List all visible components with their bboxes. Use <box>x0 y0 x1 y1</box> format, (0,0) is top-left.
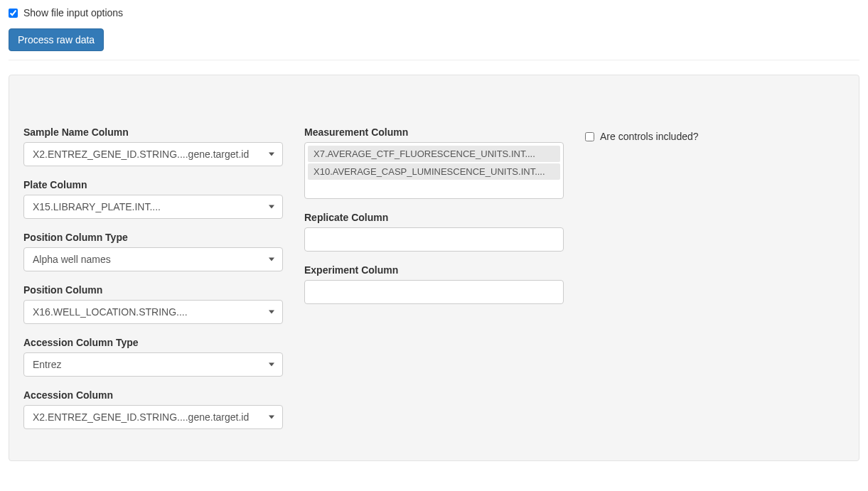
sample-name-value: X2.ENTREZ_GENE_ID.STRING....gene.target.… <box>23 142 283 166</box>
plate-group: Plate Column X15.LIBRARY_PLATE.INT.... <box>23 179 283 219</box>
position-type-group: Position Column Type Alpha well names <box>23 232 283 271</box>
options-panel: Sample Name Column X2.ENTREZ_GENE_ID.STR… <box>9 75 859 461</box>
experiment-label: Experiment Column <box>304 264 564 276</box>
measurement-option-1[interactable]: X7.AVERAGE_CTF_FLUORESCENCE_UNITS.INT...… <box>308 146 560 162</box>
measurement-option-2[interactable]: X10.AVERAGE_CASP_LUMINESCENCE_UNITS.INT.… <box>308 163 560 180</box>
show-file-input-label: Show file input options <box>23 7 123 18</box>
replicate-input[interactable] <box>304 227 564 252</box>
accession-select[interactable]: X2.ENTREZ_GENE_ID.STRING....gene.target.… <box>23 405 283 429</box>
position-type-select[interactable]: Alpha well names <box>23 247 283 271</box>
sample-name-label: Sample Name Column <box>23 126 283 138</box>
position-type-value: Alpha well names <box>23 247 283 271</box>
show-file-input-checkbox-container[interactable]: Show file input options <box>9 7 123 18</box>
column-right: Are controls included? <box>585 126 845 442</box>
measurement-multiselect[interactable]: X7.AVERAGE_CTF_FLUORESCENCE_UNITS.INT...… <box>304 142 564 199</box>
position-group: Position Column X16.WELL_LOCATION.STRING… <box>23 284 283 324</box>
top-row: Show file input options <box>9 7 859 18</box>
controls-included-container[interactable]: Are controls included? <box>585 131 845 142</box>
measurement-group: Measurement Column X7.AVERAGE_CTF_FLUORE… <box>304 126 564 199</box>
column-middle: Measurement Column X7.AVERAGE_CTF_FLUORE… <box>304 126 564 442</box>
plate-label: Plate Column <box>23 179 283 190</box>
replicate-label: Replicate Column <box>304 212 564 223</box>
section-divider <box>9 60 859 60</box>
controls-included-label: Are controls included? <box>600 131 699 142</box>
accession-type-select[interactable]: Entrez <box>23 352 283 377</box>
replicate-group: Replicate Column <box>304 212 564 252</box>
accession-group: Accession Column X2.ENTREZ_GENE_ID.STRIN… <box>23 389 283 429</box>
position-value: X16.WELL_LOCATION.STRING.... <box>23 300 283 324</box>
column-left: Sample Name Column X2.ENTREZ_GENE_ID.STR… <box>23 126 283 442</box>
process-raw-data-button[interactable]: Process raw data <box>9 28 104 51</box>
accession-label: Accession Column <box>23 389 283 401</box>
show-file-input-checkbox[interactable] <box>9 9 18 18</box>
accession-value: X2.ENTREZ_GENE_ID.STRING....gene.target.… <box>23 405 283 429</box>
sample-name-select[interactable]: X2.ENTREZ_GENE_ID.STRING....gene.target.… <box>23 142 283 166</box>
position-label: Position Column <box>23 284 283 296</box>
accession-type-group: Accession Column Type Entrez <box>23 337 283 377</box>
plate-select[interactable]: X15.LIBRARY_PLATE.INT.... <box>23 195 283 219</box>
accession-type-label: Accession Column Type <box>23 337 283 348</box>
sample-name-group: Sample Name Column X2.ENTREZ_GENE_ID.STR… <box>23 126 283 166</box>
position-select[interactable]: X16.WELL_LOCATION.STRING.... <box>23 300 283 324</box>
experiment-input[interactable] <box>304 280 564 304</box>
plate-value: X15.LIBRARY_PLATE.INT.... <box>23 195 283 219</box>
position-type-label: Position Column Type <box>23 232 283 243</box>
controls-included-checkbox[interactable] <box>585 132 594 141</box>
columns-container: Sample Name Column X2.ENTREZ_GENE_ID.STR… <box>23 126 845 442</box>
experiment-group: Experiment Column <box>304 264 564 304</box>
accession-type-value: Entrez <box>23 352 283 377</box>
measurement-label: Measurement Column <box>304 126 564 138</box>
